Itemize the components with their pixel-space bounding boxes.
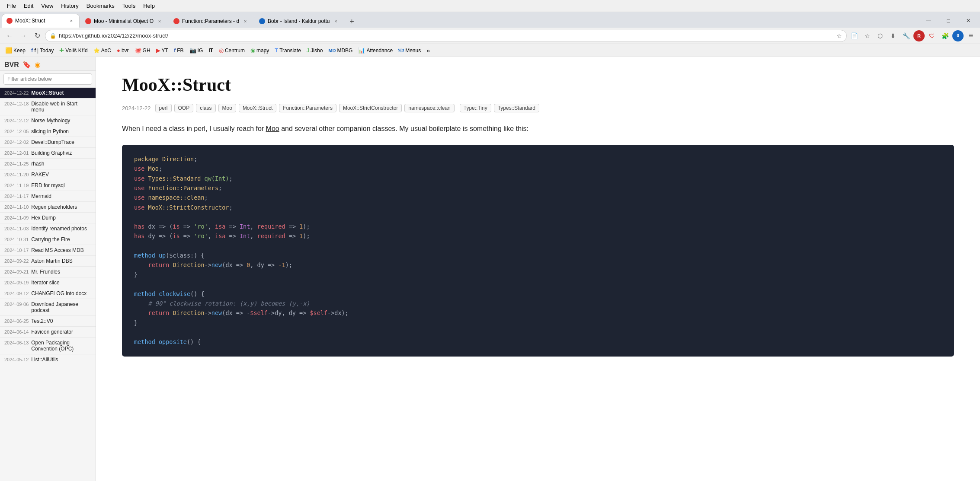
sidebar-rss-icon[interactable]: ◉ — [35, 61, 41, 69]
tag-moox-struct[interactable]: MooX::Struct — [239, 104, 276, 112]
bookmark-mdbg[interactable]: MD MDBG — [326, 47, 355, 54]
profile-icon[interactable]: R — [913, 30, 925, 41]
article-date: 2024-11-17 — [4, 194, 29, 199]
notification-badge[interactable]: 0 — [952, 30, 964, 41]
menu-help[interactable]: Help — [140, 2, 158, 10]
article-list-item[interactable]: 2024-11-20RAKEV — [0, 169, 96, 180]
window-maximize[interactable]: □ — [938, 14, 958, 28]
tag-type-tiny[interactable]: Type::Tiny — [460, 104, 491, 112]
article-list-item[interactable]: 2024-12-02Devel::DumpTrace — [0, 137, 96, 148]
window-close[interactable]: × — [958, 14, 978, 28]
reload-button[interactable]: ↻ — [31, 30, 43, 42]
tab-close-moo[interactable]: × — [156, 18, 163, 25]
tag-class[interactable]: class — [196, 104, 215, 112]
bookmark-it[interactable]: IT — [206, 47, 216, 54]
tag-moo[interactable]: Moo — [218, 104, 236, 112]
tab-bobr[interactable]: Bobr - Island - Kaldur pottu × — [254, 15, 344, 28]
tab-close-bobr[interactable]: × — [333, 18, 339, 25]
new-tab-button[interactable]: + — [346, 16, 358, 28]
menu-view[interactable]: View — [38, 2, 57, 10]
menu-tools[interactable]: Tools — [119, 2, 139, 10]
article-list-item[interactable]: 2024-11-19ERD for mysql — [0, 180, 96, 191]
bookmark-ig[interactable]: 📷 IG — [187, 46, 206, 54]
tab-moox-struct[interactable]: MooX::Struct × — [2, 14, 80, 28]
tag-oop[interactable]: OOP — [174, 104, 194, 112]
menu-history[interactable]: History — [58, 2, 82, 10]
bookmark-menus[interactable]: 🍽 Menus — [396, 46, 423, 54]
article-list-item[interactable]: 2024-09-06Download Japanese podcast — [0, 299, 96, 316]
article-list-item[interactable]: 2024-12-22MooX::Struct — [0, 88, 96, 99]
forward-button[interactable]: → — [17, 30, 29, 42]
article-list-item[interactable]: 2024-09-12CHANGELOG into docx — [0, 288, 96, 299]
bookmark-mapy[interactable]: ◉ mapy — [248, 46, 272, 54]
menu-edit[interactable]: Edit — [20, 2, 37, 10]
bookmark-more[interactable]: » — [424, 46, 432, 55]
article-title-text: RAKEV — [31, 172, 49, 178]
reading-mode-icon[interactable]: 📄 — [849, 30, 860, 41]
article-date: 2024-09-19 — [4, 280, 29, 285]
moo-link[interactable]: Moo — [266, 125, 279, 132]
security-shield-icon[interactable]: 🛡 — [926, 30, 938, 41]
article-list-item[interactable]: 2024-12-05slicing in Python — [0, 126, 96, 137]
menu-more-button[interactable]: ≡ — [965, 30, 977, 41]
article-list-item[interactable]: 2024-05-12List::AllUtils — [0, 354, 96, 365]
tab-favicon-func — [173, 18, 179, 24]
tag-function-parameters[interactable]: Function::Parameters — [279, 104, 336, 112]
bookmark-gh[interactable]: 🐙 GH — [132, 46, 153, 54]
sidebar-bookmark-icon[interactable]: 🔖 — [22, 61, 31, 69]
window-minimize[interactable]: ─ — [919, 14, 938, 28]
bookmark-jisho[interactable]: J Jisho — [304, 46, 326, 54]
download-icon[interactable]: ⬇ — [887, 30, 899, 41]
bookmark-bvr[interactable]: ● bvr — [114, 46, 131, 54]
bookmark-fb[interactable]: f FB — [171, 46, 186, 54]
tab-function-parameters[interactable]: Function::Parameters - d × — [169, 15, 253, 28]
tools-icon[interactable]: 🔧 — [900, 30, 912, 41]
tag-types-standard[interactable]: Types::Standard — [494, 104, 539, 112]
article-list-item[interactable]: 2024-12-18Disable web in Start menu — [0, 99, 96, 115]
article-list-item[interactable]: 2024-09-21Mr. Frundles — [0, 267, 96, 277]
menu-file[interactable]: File — [3, 2, 19, 10]
bookmark-keep[interactable]: 🟨 Keep — [3, 46, 28, 54]
article-list-item[interactable]: 2024-12-01Building Graphviz — [0, 148, 96, 159]
article-date: 2024-12-12 — [4, 118, 29, 123]
article-list-item[interactable]: 2024-10-31Carrying the Fire — [0, 234, 96, 245]
bookmark-yt[interactable]: ▶ YT — [154, 46, 171, 54]
tag-moox-strict[interactable]: MooX::StrictConstructor — [339, 104, 402, 112]
article-list-item[interactable]: 2024-11-09Hex Dump — [0, 213, 96, 223]
article-list-item[interactable]: 2024-11-10Regex placeholders — [0, 202, 96, 213]
article-date: 2024-11-25 — [4, 161, 29, 166]
bookmark-aoc[interactable]: ⭐ AoC — [91, 47, 114, 54]
back-button[interactable]: ← — [3, 30, 16, 42]
article-title-text: Read MS Access MDB — [31, 247, 83, 253]
tag-perl[interactable]: perl — [155, 104, 172, 112]
article-list-item[interactable]: 2024-12-12Norse Mythology — [0, 115, 96, 126]
article-list-item[interactable]: 2024-11-25rhash — [0, 159, 96, 169]
article-title-text: rhash — [31, 161, 44, 167]
extensions-icon[interactable]: 🧩 — [939, 30, 951, 41]
bookmark-centrum[interactable]: ◎ Centrum — [216, 46, 247, 54]
star-icon[interactable]: ☆ — [836, 32, 842, 39]
article-list-item[interactable]: 2024-11-17Mermaid — [0, 191, 96, 202]
article-list-item[interactable]: 2024-10-17Read MS Access MDB — [0, 245, 96, 256]
sidebar: BVR 🔖 ◉ 2024-12-22MooX::Struct2024-12-18… — [0, 57, 96, 481]
tab-close-func[interactable]: × — [242, 18, 249, 25]
menu-bookmarks[interactable]: Bookmarks — [83, 2, 118, 10]
pocket-icon[interactable]: ⬡ — [874, 30, 886, 41]
bookmark-icon[interactable]: ☆ — [862, 30, 873, 41]
tag-namespace-clean[interactable]: namespace::clean — [404, 104, 454, 112]
article-list-item[interactable]: 2024-06-13Open Packaging Convention (OPC… — [0, 338, 96, 354]
tab-close-moox[interactable]: × — [68, 17, 75, 24]
bookmark-translate[interactable]: T Translate — [272, 46, 304, 54]
article-list-item[interactable]: 2024-09-22Aston Martin DBS — [0, 256, 96, 267]
article-list-item[interactable]: 2024-06-25Test2::V0 — [0, 316, 96, 327]
filter-input[interactable] — [3, 73, 92, 85]
tab-moo[interactable]: Moo - Minimalist Object O × — [80, 15, 168, 28]
article-list-item[interactable]: 2024-06-14Favicon generator — [0, 327, 96, 338]
bookmark-volis[interactable]: ✚ Volíš Kříd — [57, 46, 90, 54]
code-content: package Direction; use Moo; use Types::S… — [134, 154, 942, 347]
address-bar[interactable]: 🔒 https://bvr.github.io/2024/12/22/moox-… — [45, 30, 847, 42]
article-list-item[interactable]: 2024-11-03Identify renamed photos — [0, 223, 96, 234]
bookmark-today[interactable]: f f | Today — [29, 46, 56, 54]
article-list-item[interactable]: 2024-09-19Iterator slice — [0, 277, 96, 288]
bookmark-attendance[interactable]: 📊 Attendance — [355, 46, 395, 54]
